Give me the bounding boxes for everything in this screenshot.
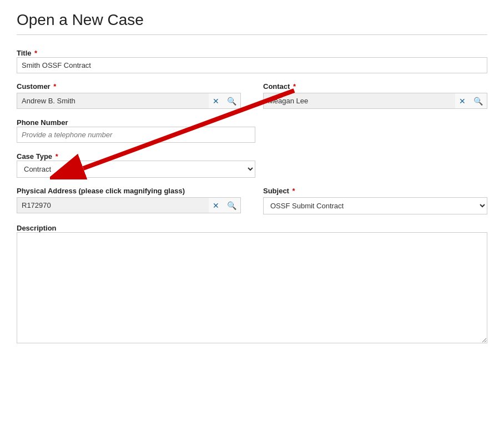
customer-label: Customer * (17, 82, 241, 91)
title-section: Title * (17, 48, 487, 73)
subject-label: Subject * (263, 187, 487, 195)
customer-group: Customer * ✕ 🔍 (17, 82, 241, 109)
contact-group: Contact * ✕ 🔍 (263, 82, 487, 109)
phone-label: Phone Number (17, 118, 68, 127)
case-type-label: Case Type * (17, 152, 58, 161)
physical-address-input-wrapper: ✕ 🔍 (17, 197, 241, 213)
title-input[interactable] (17, 58, 487, 73)
contact-clear-button[interactable]: ✕ (455, 94, 470, 108)
description-label: Description (17, 224, 57, 232)
physical-address-search-button[interactable]: 🔍 (223, 198, 240, 213)
contact-search-button[interactable]: 🔍 (470, 94, 487, 108)
physical-address-clear-button[interactable]: ✕ (209, 198, 223, 213)
physical-address-group: Physical Address (please click magnifyin… (17, 187, 241, 214)
contact-input[interactable] (264, 93, 455, 108)
customer-contact-row: Customer * ✕ 🔍 Contact * ✕ 🔍 (17, 82, 487, 109)
customer-input[interactable] (17, 93, 209, 108)
title-input-wrapper (17, 57, 487, 73)
title-divider (17, 34, 487, 35)
customer-input-wrapper: ✕ 🔍 (17, 93, 241, 109)
subject-select[interactable]: OSSF Submit Contract OSSF Inspection OSS… (263, 197, 487, 214)
page-title: Open a New Case (17, 11, 487, 29)
phone-input[interactable] (17, 127, 255, 143)
title-label: Title * (17, 49, 37, 57)
case-type-select[interactable]: Contract Service Support Other (17, 161, 255, 178)
customer-clear-button[interactable]: ✕ (209, 94, 223, 108)
contact-input-wrapper: ✕ 🔍 (263, 93, 487, 109)
description-textarea[interactable] (17, 232, 487, 343)
physical-address-label: Physical Address (please click magnifyin… (17, 187, 241, 195)
address-subject-row: Physical Address (please click magnifyin… (17, 187, 487, 214)
description-section: Description (17, 223, 487, 345)
phone-section: Phone Number (17, 118, 255, 143)
customer-search-button[interactable]: 🔍 (223, 94, 240, 108)
subject-group: Subject * OSSF Submit Contract OSSF Insp… (263, 187, 487, 214)
physical-address-input[interactable] (17, 198, 209, 213)
case-type-section: Case Type * Contract Service Support Oth… (17, 152, 255, 178)
contact-label: Contact * (263, 82, 487, 91)
